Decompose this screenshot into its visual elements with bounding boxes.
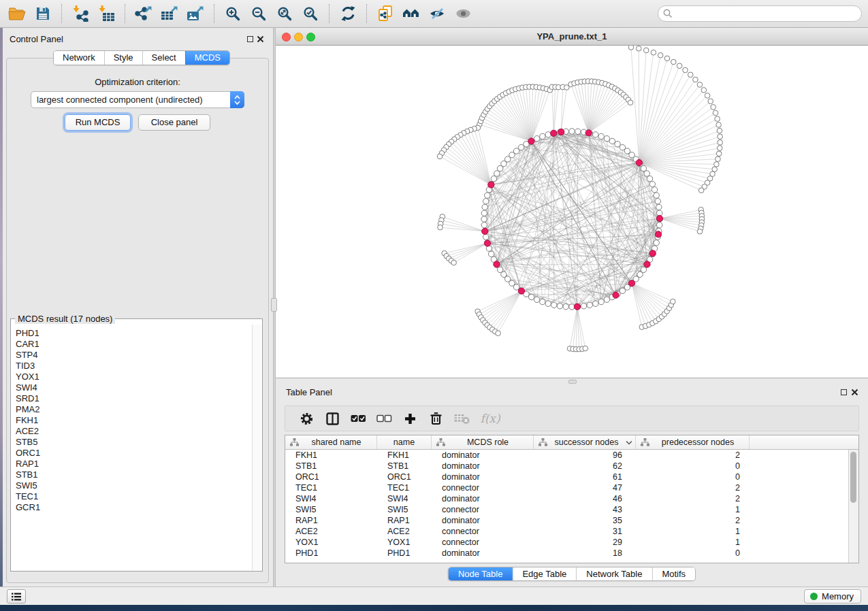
mcds-node-item[interactable]: RAP1 [12,459,261,469]
table-row[interactable]: ACE2ACE2connector311 [285,526,848,537]
table-cell: 18 [534,548,636,559]
float-panel-icon[interactable] [247,36,253,42]
table-cell: 0 [636,472,750,482]
zoom-fit-button[interactable] [272,2,298,25]
table-cell: FKH1 [285,450,377,461]
delete-table-button-disabled [449,408,475,429]
refresh-layout-button[interactable] [335,2,361,25]
delete-table-icon [454,413,470,425]
network-window-titlebar[interactable]: YPA_prune.txt_1 [276,28,868,46]
table-row[interactable]: FKH1FKH1dominator962 [285,450,848,461]
deselect-all-columns-button[interactable] [371,408,397,429]
mcds-node-item[interactable]: STB5 [12,437,261,448]
table-panel-title: Table Panel [286,387,332,397]
zoom-out-icon [251,6,266,21]
mcds-node-item[interactable]: YOX1 [12,371,261,382]
search-input[interactable] [673,7,861,20]
mcds-node-item[interactable]: ACE2 [12,426,261,437]
mcds-node-item[interactable]: STP4 [12,350,261,361]
column-header-predecessor-nodes[interactable]: predecessor nodes [636,435,750,449]
duplicate-network-button[interactable] [372,2,398,25]
tab-style[interactable]: Style [104,51,142,65]
mcds-node-item[interactable]: STB1 [12,469,261,480]
table-scrollbar-thumb[interactable] [850,452,856,503]
table-row[interactable]: ORC1ORC1dominator610 [285,472,848,482]
mcds-node-item[interactable]: FKH1 [12,415,261,426]
mcds-node-item[interactable]: PHD1 [12,328,261,339]
refresh-icon [340,6,356,21]
mcds-node-item[interactable]: SWI4 [12,382,261,393]
mcds-node-item[interactable]: PMA2 [12,404,261,415]
select-all-columns-button[interactable] [345,408,371,429]
tab-motifs[interactable]: Motifs [652,567,695,580]
export-table-button[interactable] [157,2,182,25]
chevron-down-icon [234,101,240,105]
close-panel-button[interactable]: Close panel [138,114,210,131]
column-header-name[interactable]: name [377,435,432,449]
zoom-out-button[interactable] [246,2,272,25]
table-row[interactable]: SWI4SWI4dominator462 [285,493,848,504]
tab-edge-table[interactable]: Edge Table [512,567,576,580]
table-row[interactable]: TEC1TEC1connector472 [285,482,848,493]
gear-icon [300,412,314,426]
network-graph[interactable] [276,46,868,378]
mcds-node-item[interactable]: GCR1 [12,502,261,513]
task-history-button[interactable] [7,589,26,604]
create-column-button[interactable] [397,408,423,429]
close-panel-icon[interactable] [257,35,264,43]
function-builder-button-disabled: f(x) [475,408,504,429]
run-mcds-button[interactable]: Run MCDS [65,114,131,131]
mcds-node-item[interactable]: ORC1 [12,448,261,459]
delete-column-button[interactable] [423,408,449,429]
criterion-dropdown[interactable]: largest connected component (undirected) [31,91,244,108]
mcds-node-item[interactable]: CAR1 [12,339,261,350]
table-cell: 1 [636,537,750,548]
table-row[interactable]: YOX1YOX1connector291 [285,537,848,548]
import-network-button[interactable] [67,2,93,25]
save-session-button[interactable] [30,2,56,25]
table-row[interactable]: PHD1PHD1dominator180 [285,548,848,559]
export-network-button[interactable] [131,2,157,25]
tab-select[interactable]: Select [142,51,185,65]
table-row[interactable]: RAP1RAP1dominator352 [285,515,848,526]
hide-selected-button[interactable] [424,2,450,25]
tab-network-table[interactable]: Network Table [576,567,652,580]
table-cell: connector [432,482,534,493]
mcds-node-item[interactable]: SWI5 [12,480,261,491]
table-cell: 46 [534,493,636,504]
network-canvas[interactable] [276,46,868,378]
column-header-mcds-role[interactable]: MCDS role [432,435,534,449]
table-settings-button[interactable] [293,408,319,429]
zoom-fit-icon [277,6,292,21]
tab-mcds[interactable]: MCDS [185,51,229,65]
close-table-panel-icon[interactable] [851,389,858,396]
zoom-selected-button[interactable] [298,2,323,25]
mcds-node-item[interactable]: TID3 [12,361,261,371]
show-all-button[interactable] [450,2,476,25]
export-image-button[interactable] [182,2,208,25]
table-cell: 2 [636,493,750,504]
tab-node-table[interactable]: Node Table [449,567,513,580]
open-file-button[interactable] [4,2,30,25]
memory-button[interactable]: Memory [804,589,861,604]
zoom-in-button[interactable] [220,2,246,25]
search-field[interactable] [658,5,862,22]
table-row[interactable]: STB1STB1dominator620 [285,461,848,472]
horizontal-splitter-grip[interactable] [568,380,577,384]
import-table-button[interactable] [93,2,119,25]
tab-network[interactable]: Network [54,51,104,65]
table-cell: 31 [534,526,636,537]
column-header-shared-name[interactable]: shared name [285,435,377,449]
mcds-node-item[interactable]: TEC1 [12,491,261,502]
vertical-splitter-grip[interactable] [271,298,277,312]
first-neighbors-button[interactable] [398,2,424,25]
column-header-successor-nodes[interactable]: successor nodes [534,435,636,449]
table-scrollbar[interactable] [848,450,858,563]
table-row[interactable]: SWI5SWI5connector431 [285,504,848,515]
show-columns-button[interactable] [319,408,345,429]
mcds-list-scrollbar[interactable] [252,325,261,570]
mcds-node-item[interactable]: SRD1 [12,393,261,404]
status-bar: Memory [0,587,868,605]
horizontal-splitter[interactable] [276,378,868,384]
float-table-panel-icon[interactable] [841,389,847,395]
